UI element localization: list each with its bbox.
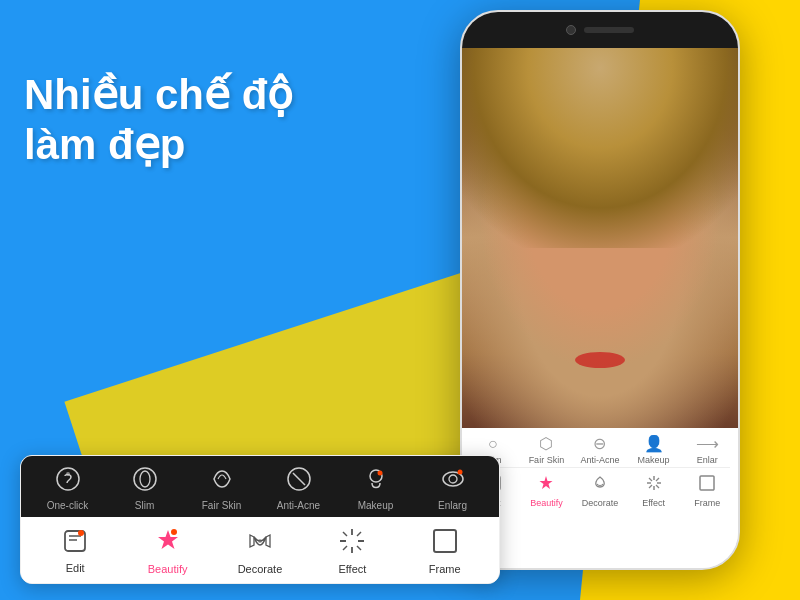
svg-line-16 bbox=[293, 473, 305, 485]
svg-line-31 bbox=[357, 546, 361, 550]
edit-tab-icon bbox=[62, 528, 88, 558]
svg-line-33 bbox=[343, 546, 347, 550]
toolbar-top-row: One-click Slim Fair Skin bbox=[21, 456, 499, 517]
fairskin-tool-icon bbox=[209, 466, 235, 496]
decorate-icon-phone bbox=[591, 474, 609, 496]
phone-frame: ○ Slim ⬡ Fair Skin ⊖ Anti-Acne 👤 Makeup … bbox=[460, 10, 740, 570]
phone-tab-beautify[interactable]: Beautify bbox=[524, 474, 568, 508]
toolbar-bottom-row: Edit Beautify De bbox=[21, 517, 499, 583]
svg-line-30 bbox=[343, 532, 347, 536]
phone-camera bbox=[566, 25, 576, 35]
phone-top-tools: ○ Slim ⬡ Fair Skin ⊖ Anti-Acne 👤 Makeup … bbox=[462, 428, 738, 467]
oneclick-icon bbox=[55, 466, 81, 496]
phone-photo-face bbox=[462, 48, 738, 428]
svg-line-7 bbox=[656, 485, 659, 488]
tool-oneclick[interactable]: One-click bbox=[38, 466, 98, 511]
phone-tab-decorate[interactable]: Decorate bbox=[578, 474, 622, 508]
phone-bottom: ○ Slim ⬡ Fair Skin ⊖ Anti-Acne 👤 Makeup … bbox=[462, 428, 738, 570]
headline-text: Nhiều chế độ làm đẹp bbox=[24, 70, 293, 171]
makeup-icon: 👤 bbox=[644, 434, 664, 453]
tab-frame[interactable]: Frame bbox=[405, 527, 485, 575]
phone-mockup: ○ Slim ⬡ Fair Skin ⊖ Anti-Acne 👤 Makeup … bbox=[460, 10, 740, 570]
effect-tab-icon bbox=[338, 527, 366, 559]
svg-point-23 bbox=[78, 530, 84, 536]
phone-tab-effect[interactable]: Effect bbox=[632, 474, 676, 508]
tool-enlarge[interactable]: Enlarg bbox=[423, 466, 483, 511]
svg-point-14 bbox=[140, 471, 150, 487]
phone-tool-fairskin[interactable]: ⬡ Fair Skin bbox=[524, 434, 568, 465]
phone-photo bbox=[462, 48, 738, 428]
svg-point-21 bbox=[457, 470, 462, 475]
tool-makeup[interactable]: Makeup bbox=[346, 466, 406, 511]
beautify-icon-phone bbox=[537, 474, 555, 496]
antiacne-icon: ⊖ bbox=[593, 434, 606, 453]
tab-decorate[interactable]: Decorate bbox=[220, 527, 300, 575]
headline-line1: Nhiều chế độ bbox=[24, 70, 293, 120]
svg-rect-10 bbox=[700, 476, 714, 490]
phone-bottom-tabs: Edit Beautify bbox=[462, 468, 738, 510]
tool-slim[interactable]: Slim bbox=[115, 466, 175, 511]
tab-edit[interactable]: Edit bbox=[35, 528, 115, 574]
decorate-tab-icon bbox=[246, 527, 274, 559]
tab-effect[interactable]: Effect bbox=[312, 527, 392, 575]
tab-beautify[interactable]: Beautify bbox=[128, 527, 208, 575]
slim-tool-icon bbox=[132, 466, 158, 496]
svg-line-6 bbox=[649, 478, 652, 481]
slim-icon: ○ bbox=[488, 435, 498, 453]
tool-fairskin[interactable]: Fair Skin bbox=[192, 466, 252, 511]
headline-line2: làm đẹp bbox=[24, 120, 293, 170]
svg-point-11 bbox=[57, 468, 79, 490]
makeup-tool-icon bbox=[363, 466, 389, 496]
svg-point-24 bbox=[171, 529, 177, 535]
phone-top-bar bbox=[462, 12, 738, 48]
svg-line-32 bbox=[357, 532, 361, 536]
tool-antiacne[interactable]: Anti-Acne bbox=[269, 466, 329, 511]
phone-tool-makeup[interactable]: 👤 Makeup bbox=[632, 434, 676, 465]
phone-tab-frame[interactable]: Frame bbox=[685, 474, 729, 508]
svg-point-20 bbox=[449, 475, 457, 483]
phone-speaker bbox=[584, 27, 634, 33]
frame-tab-icon bbox=[431, 527, 459, 559]
effect-icon-phone bbox=[645, 474, 663, 496]
lips-hint bbox=[575, 352, 625, 368]
phone-tool-enlarge[interactable]: ⟶ Enlar bbox=[685, 434, 729, 465]
fairskin-icon: ⬡ bbox=[539, 434, 553, 453]
svg-line-9 bbox=[649, 485, 652, 488]
svg-point-18 bbox=[377, 471, 382, 476]
svg-point-12 bbox=[66, 472, 70, 476]
frame-icon-phone bbox=[698, 474, 716, 496]
enlarge-tool-icon bbox=[440, 466, 466, 496]
svg-point-25 bbox=[258, 539, 262, 543]
phone-tool-antiacne[interactable]: ⊖ Anti-Acne bbox=[578, 434, 622, 465]
svg-rect-34 bbox=[434, 530, 456, 552]
antiacne-tool-icon bbox=[286, 466, 312, 496]
svg-line-8 bbox=[656, 478, 659, 481]
enlarge-icon: ⟶ bbox=[696, 434, 719, 453]
floating-toolbar: One-click Slim Fair Skin bbox=[20, 455, 500, 584]
beautify-tab-icon bbox=[154, 527, 182, 559]
